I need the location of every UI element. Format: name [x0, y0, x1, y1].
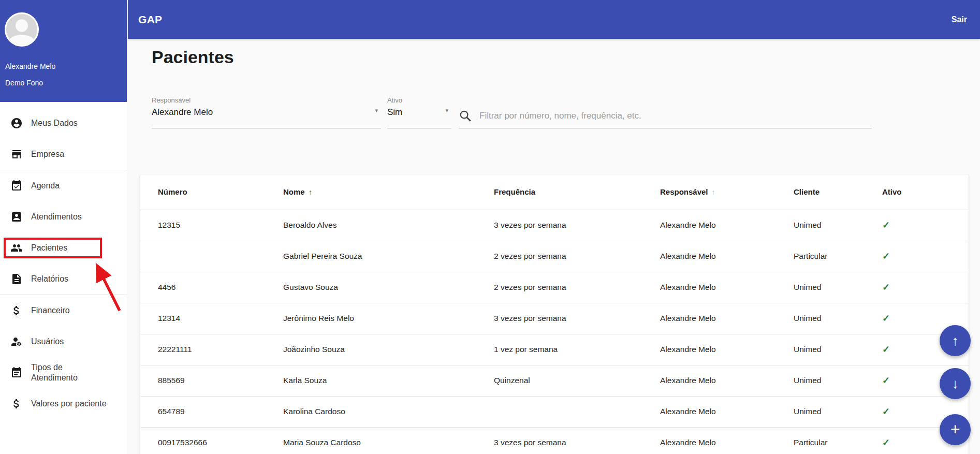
sidebar-item-agenda[interactable]: Agenda — [0, 170, 127, 201]
sidebar-item-empresa[interactable]: Empresa — [0, 139, 127, 170]
check-icon: ✓ — [882, 220, 890, 230]
cell-nome: Karolina Cardoso — [283, 396, 494, 427]
sidebar-item-label: Agenda — [31, 181, 60, 191]
cell-cliente: Unimed — [794, 334, 882, 365]
calendar-note-icon — [10, 367, 23, 379]
filter-ativo-select[interactable]: Sim ▾ — [387, 107, 451, 128]
search-input[interactable] — [479, 111, 872, 121]
dollar-icon — [10, 304, 23, 317]
dollar-icon — [10, 398, 23, 410]
cell-frequencia: 1 vez por semana — [494, 334, 660, 365]
sidebar-item-financeiro[interactable]: Financeiro — [0, 295, 127, 326]
cell-frequencia: 2 vezes por semana — [494, 241, 660, 272]
filter-responsavel: Responsável Alexandre Melo ▾ — [152, 96, 381, 128]
cell-nome: Joãozinho Souza — [283, 334, 494, 365]
check-icon: ✓ — [882, 406, 890, 417]
sidebar-item-label: Usuários — [31, 336, 64, 347]
cell-cliente: Unimed — [794, 210, 882, 241]
column-header-frequencia[interactable]: Frequência — [494, 174, 660, 210]
sidebar-item-pacientes[interactable]: Pacientes — [0, 232, 127, 263]
cell-responsavel: Alexandre Melo — [660, 303, 794, 334]
table-row[interactable]: 22221111 Joãozinho Souza 1 vez por seman… — [140, 334, 969, 365]
cell-frequencia — [494, 396, 660, 427]
table-row[interactable]: 4456 Gustavo Souza 2 vezes por semana Al… — [140, 272, 969, 303]
cell-responsavel: Alexandre Melo — [660, 334, 794, 365]
cell-frequencia: 3 vezes por semana — [494, 210, 660, 241]
table-row[interactable]: 885569 Karla Souza Quinzenal Alexandre M… — [140, 365, 969, 396]
check-icon: ✓ — [882, 375, 890, 386]
chevron-down-icon: ▾ — [445, 105, 448, 115]
cell-responsavel: Alexandre Melo — [660, 427, 794, 454]
cell-cliente: Unimed — [794, 365, 882, 396]
column-header-numero[interactable]: Número — [140, 174, 283, 210]
cell-numero: 654789 — [140, 396, 283, 427]
filter-ativo: Ativo Sim ▾ — [387, 96, 451, 128]
table-row[interactable]: 654789 Karolina Cardoso Alexandre Melo U… — [140, 396, 969, 427]
check-icon: ✓ — [882, 437, 890, 448]
sort-asc-icon: ↑ — [309, 188, 312, 196]
sidebar-item-usuarios[interactable]: Usuários — [0, 326, 127, 357]
filter-responsavel-value: Alexandre Melo — [152, 107, 213, 117]
table-row[interactable]: 12314 Jerônimo Reis Melo 3 vezes por sem… — [140, 303, 969, 334]
user-gear-icon — [10, 335, 23, 348]
cell-cliente: Particular — [794, 241, 882, 272]
patients-table: Número Nome↑ Frequência Responsável↑ Cli… — [140, 174, 969, 454]
cell-numero — [140, 241, 283, 272]
user-name: Alexandre Melo — [5, 62, 55, 70]
cell-cliente: Unimed — [794, 303, 882, 334]
cell-nome: Maria Souza Cardoso — [283, 427, 494, 454]
cell-responsavel: Alexandre Melo — [660, 272, 794, 303]
cell-responsavel: Alexandre Melo — [660, 365, 794, 396]
avatar — [5, 12, 39, 47]
cell-numero: 885569 — [140, 365, 283, 396]
table-row[interactable]: 12315 Beroaldo Alves 3 vezes por semana … — [140, 210, 969, 241]
app-bar: GAP Sair — [128, 0, 980, 39]
app-title: GAP — [138, 13, 162, 26]
sidebar-item-tipos-de-atendimento[interactable]: Tipos de Atendimento — [0, 357, 127, 388]
calendar-check-icon — [10, 180, 23, 192]
sidebar-item-label: Tipos de Atendimento — [31, 362, 89, 383]
cell-numero: 4456 — [140, 272, 283, 303]
cell-frequencia: Quinzenal — [494, 365, 660, 396]
logout-button[interactable]: Sair — [952, 15, 967, 24]
cell-cliente: Particular — [794, 427, 882, 454]
column-header-cliente[interactable]: Cliente — [794, 174, 882, 210]
arrow-down-icon: ↓ — [952, 377, 959, 390]
cell-frequencia: 3 vezes por semana — [494, 303, 660, 334]
filter-responsavel-select[interactable]: Alexandre Melo ▾ — [152, 107, 381, 128]
sort-asc-icon: ↑ — [712, 188, 715, 196]
scroll-down-fab[interactable]: ↓ — [940, 368, 971, 399]
sidebar-item-label: Atendimentos — [31, 212, 82, 222]
cell-ativo: ✓ — [882, 241, 969, 272]
cell-nome: Gustavo Souza — [283, 272, 494, 303]
cell-numero: 12314 — [140, 303, 283, 334]
sidebar-menu: Meus Dados Empresa Agenda Atendimentos P… — [0, 108, 127, 419]
filter-ativo-value: Sim — [387, 107, 402, 117]
search-field — [459, 109, 872, 128]
column-header-responsavel[interactable]: Responsável↑ — [660, 174, 794, 210]
cell-nome: Gabriel Pereira Souza — [283, 241, 494, 272]
sidebar-item-label: Financeiro — [31, 305, 70, 316]
table-row[interactable]: 00917532666 Maria Souza Cardoso 3 vezes … — [140, 427, 969, 454]
column-header-ativo[interactable]: Ativo — [882, 174, 969, 210]
patients-table-card: Número Nome↑ Frequência Responsável↑ Cli… — [140, 174, 969, 454]
sidebar: Alexandre Melo Demo Fono Meus Dados Empr… — [0, 0, 127, 454]
account-circle-icon — [10, 117, 23, 129]
sidebar-item-label: Empresa — [31, 149, 64, 159]
filter-ativo-label: Ativo — [387, 96, 451, 104]
cell-frequencia: 2 vezes por semana — [494, 272, 660, 303]
sidebar-item-atendimentos[interactable]: Atendimentos — [0, 201, 127, 232]
arrow-up-icon: ↑ — [952, 334, 959, 347]
table-row[interactable]: Gabriel Pereira Souza 2 vezes por semana… — [140, 241, 969, 272]
chevron-down-icon: ▾ — [375, 105, 378, 115]
sidebar-item-relatorios[interactable]: Relatórios — [0, 263, 127, 295]
column-header-nome[interactable]: Nome↑ — [283, 174, 494, 210]
add-patient-fab[interactable]: + — [940, 414, 971, 445]
sidebar-item-valores-por-paciente[interactable]: Valores por paciente — [0, 388, 127, 419]
user-role: Demo Fono — [5, 79, 43, 87]
sidebar-item-meus-dados[interactable]: Meus Dados — [0, 108, 127, 139]
cell-nome: Jerônimo Reis Melo — [283, 303, 494, 334]
cell-numero: 22221111 — [140, 334, 283, 365]
scroll-up-fab[interactable]: ↑ — [940, 325, 971, 356]
cell-frequencia: 3 vezes por semana — [494, 427, 660, 454]
